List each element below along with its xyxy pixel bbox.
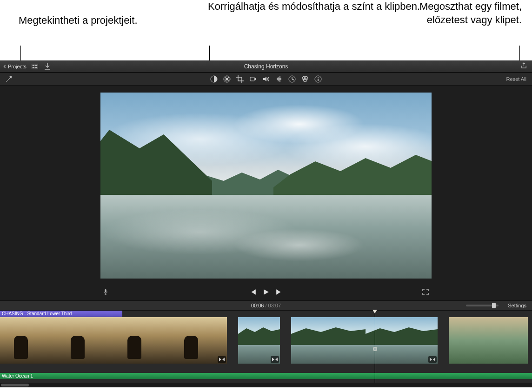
playhead-handle[interactable] — [373, 347, 377, 351]
svg-rect-3 — [33, 66, 34, 68]
svg-rect-2 — [35, 65, 37, 66]
zoom-thumb[interactable] — [492, 303, 496, 308]
svg-rect-8 — [250, 77, 254, 81]
prev-button[interactable] — [250, 289, 256, 297]
callout-projects: Megtekintheti a projektjeit. — [19, 14, 138, 27]
volume-icon[interactable] — [262, 75, 270, 83]
time-current: 00:06 — [251, 303, 264, 308]
zoom-slider[interactable] — [466, 305, 499, 306]
play-button[interactable] — [263, 289, 269, 297]
callout-color: Korrigálhatja és módosíthatja a színt a … — [208, 0, 420, 13]
audio-track: Water Ocean 1 — [0, 373, 532, 379]
time-separator: / — [264, 303, 268, 308]
import-icon[interactable] — [44, 63, 52, 70]
time-duration: 03:07 — [268, 303, 281, 308]
video-clip-4[interactable] — [449, 317, 528, 364]
timeline[interactable]: CHASING - Standard Lower Third — [0, 311, 532, 387]
adjustments-toolbar: Reset All — [0, 73, 532, 86]
project-title: Chasing Horizons — [0, 63, 532, 70]
projects-label: Projects — [8, 64, 27, 69]
svg-rect-4 — [35, 66, 37, 68]
reset-all-button[interactable]: Reset All — [506, 76, 532, 82]
voiceover-button[interactable] — [0, 289, 109, 297]
crop-icon[interactable] — [236, 75, 244, 83]
color-wheel-icon[interactable] — [223, 75, 231, 83]
app-window: Projects Chasing Horizons — [0, 60, 532, 387]
info-icon[interactable] — [314, 75, 322, 83]
playback-controls-bar — [0, 286, 532, 300]
callouts-region: Megtekintheti a projektjeit. Korrigálhat… — [0, 0, 532, 60]
stabilize-icon[interactable] — [249, 75, 257, 83]
viewer-area — [0, 86, 532, 286]
svg-point-7 — [226, 78, 228, 80]
svg-point-14 — [318, 77, 319, 78]
callout-line — [519, 46, 520, 61]
next-button[interactable] — [276, 289, 282, 297]
video-clip-1[interactable] — [0, 317, 227, 364]
scrollbar-thumb[interactable] — [1, 384, 29, 386]
transition-icon[interactable] — [218, 356, 226, 363]
timeline-settings-button[interactable]: Settings — [508, 303, 526, 308]
share-button[interactable] — [520, 62, 527, 70]
noise-reduction-icon[interactable] — [275, 75, 283, 83]
callout-share: Megoszthat egy filmet, előzetest vagy kl… — [417, 0, 522, 27]
title-clip[interactable]: CHASING - Standard Lower Third — [0, 311, 122, 317]
svg-rect-15 — [318, 79, 319, 81]
fullscreen-button[interactable] — [422, 289, 429, 297]
timeline-scrollbar[interactable] — [0, 383, 532, 387]
transition-icon[interactable] — [428, 356, 437, 363]
color-balance-icon[interactable] — [210, 75, 218, 83]
video-clip-3[interactable] — [291, 317, 438, 364]
callout-line — [20, 46, 21, 61]
media-library-icon[interactable] — [31, 63, 39, 70]
svg-rect-0 — [32, 64, 38, 69]
top-toolbar: Projects Chasing Horizons — [0, 60, 532, 73]
title-track: CHASING - Standard Lower Third — [0, 311, 532, 317]
timecode-bar: 00:06/03:07 Settings — [0, 300, 532, 311]
filters-icon[interactable] — [301, 75, 309, 83]
svg-rect-1 — [33, 65, 34, 66]
video-clip-2[interactable] — [238, 317, 280, 364]
video-preview[interactable] — [100, 93, 432, 279]
projects-back-button[interactable]: Projects — [3, 64, 27, 69]
speed-icon[interactable] — [288, 75, 296, 83]
playhead[interactable] — [375, 311, 375, 383]
audio-clip[interactable]: Water Ocean 1 — [0, 373, 532, 379]
video-track — [0, 317, 532, 364]
svg-rect-16 — [105, 289, 106, 292]
spacer-track — [0, 364, 532, 373]
magic-wand-button[interactable] — [0, 75, 13, 83]
timecode-display: 00:06/03:07 — [251, 303, 281, 308]
transition-icon[interactable] — [271, 356, 279, 363]
